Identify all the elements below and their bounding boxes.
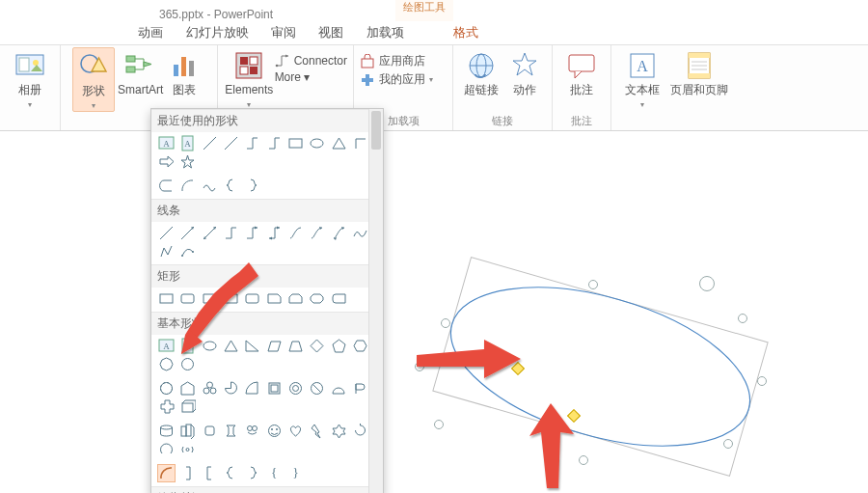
shape-lconn-icon (352, 135, 368, 151)
hyperlink-button[interactable]: 超链接 (461, 47, 502, 96)
textbox-button[interactable]: A 文本框 ▾ (620, 47, 665, 110)
svg-text:A: A (163, 342, 170, 351)
group-links: 超链接 动作 链接 (453, 45, 553, 130)
svg-rect-4 (126, 56, 135, 62)
tab-animation[interactable]: 动画 (128, 21, 173, 44)
category-recent: 最近使用的形状 (151, 109, 383, 132)
annotation-arrow (526, 403, 583, 493)
annotation-arrow (417, 338, 523, 389)
slide-canvas[interactable] (386, 145, 868, 493)
svg-rect-27 (689, 73, 710, 78)
group-album: 相册 ▾ (0, 45, 61, 130)
svg-rect-88 (205, 426, 214, 435)
recent-shapes-row[interactable]: A A (151, 132, 383, 175)
svg-line-82 (312, 384, 321, 393)
resize-handle[interactable] (441, 318, 450, 328)
tab-slideshow[interactable]: 幻灯片放映 (176, 21, 258, 44)
connector-icon (275, 53, 290, 68)
chevron-down-icon: ▾ (640, 100, 644, 109)
shape-oval-icon (309, 135, 325, 151)
smartart-button[interactable]: SmartArt (118, 47, 160, 96)
album-icon (14, 49, 46, 82)
rotate-handle[interactable] (699, 276, 715, 291)
tab-view[interactable]: 视图 (309, 21, 353, 44)
chart-icon (168, 49, 201, 82)
app-name: PowerPoint (214, 8, 273, 21)
resize-handle[interactable] (588, 280, 598, 289)
store-button[interactable]: 应用商店 (360, 53, 447, 69)
elements-button[interactable]: Elements ▾ (224, 47, 275, 110)
basic-row4[interactable]: { } (151, 462, 383, 486)
more-button[interactable]: More ▾ (275, 70, 347, 84)
textbox-icon: A (626, 49, 659, 82)
connector-button[interactable]: Connector (275, 53, 347, 68)
album-label: 相册 (9, 84, 51, 96)
svg-line-35 (203, 137, 216, 150)
svg-rect-7 (174, 65, 178, 76)
svg-point-54 (192, 251, 194, 253)
svg-point-38 (311, 139, 323, 148)
resize-handle[interactable] (738, 314, 747, 323)
svg-point-76 (210, 388, 216, 394)
svg-point-15 (275, 65, 278, 68)
svg-rect-78 (271, 385, 278, 392)
shape-rbrace-icon (244, 178, 260, 194)
scrollbar-thumb[interactable] (371, 111, 381, 150)
svg-rect-13 (240, 67, 248, 74)
group-text: A 文本框 ▾ 页眉和页脚 (611, 45, 739, 130)
tab-addins[interactable]: 加载项 (357, 21, 414, 44)
shape-elbow1-icon (244, 135, 260, 151)
tab-review[interactable]: 审阅 (261, 21, 306, 44)
shapes-label: 形状 (73, 85, 114, 97)
textbox-label: 文本框 (620, 84, 665, 96)
shape-line-icon (202, 135, 218, 151)
shape-arc-segment-icon (157, 464, 176, 482)
basic-row2[interactable] (151, 377, 383, 420)
svg-point-92 (271, 428, 273, 430)
action-button[interactable]: 动作 (505, 47, 544, 96)
recent-shapes-row2[interactable] (151, 175, 383, 199)
category-arrows: 箭头总汇 (151, 486, 383, 493)
resize-handle[interactable] (723, 439, 733, 449)
chevron-down-icon: ▾ (429, 75, 433, 84)
comment-label: 批注 (560, 84, 603, 96)
svg-point-90 (253, 426, 258, 431)
chevron-down-icon: ▾ (92, 101, 95, 110)
contextual-group-label: 绘图工具 (403, 0, 446, 13)
chart-button[interactable]: 图表 (163, 47, 205, 96)
svg-marker-66 (311, 340, 323, 352)
contextual-tab-group: 绘图工具 (395, 0, 453, 21)
lines-row[interactable] (151, 222, 383, 264)
shape-rect-icon (287, 135, 304, 151)
filename: 365.pptx (159, 8, 203, 21)
shapes-button[interactable]: 形状 ▾ (72, 47, 115, 112)
ribbon-tabs: 动画 幻灯片放映 审阅 视图 加载项 格式 (0, 21, 868, 44)
svg-point-2 (33, 60, 39, 66)
chart-label: 图表 (163, 84, 205, 96)
smartart-label: SmartArt (118, 84, 160, 96)
svg-rect-55 (160, 294, 173, 303)
svg-marker-64 (268, 342, 281, 351)
resize-handle[interactable] (757, 376, 767, 386)
svg-point-80 (293, 386, 299, 392)
svg-marker-69 (160, 358, 173, 370)
album-button[interactable]: 相册 ▾ (9, 47, 51, 110)
shape-tri-icon (331, 135, 347, 151)
svg-point-53 (181, 255, 183, 257)
shape-line2-icon (223, 135, 239, 151)
resize-handle[interactable] (434, 420, 444, 429)
comment-button[interactable]: 批注 (560, 47, 603, 96)
shape-lbrace-icon (223, 178, 239, 194)
myapps-button[interactable]: 我的应用 ▾ (360, 71, 447, 88)
svg-rect-87 (186, 425, 191, 436)
action-label: 动作 (505, 84, 544, 96)
svg-marker-65 (289, 342, 302, 351)
gallery-scrollbar[interactable] (368, 109, 383, 493)
group-links-label: 链接 (453, 114, 552, 128)
shape-round-l-icon (158, 178, 175, 194)
elements-icon (232, 49, 265, 82)
basic-row3[interactable] (151, 420, 383, 462)
tab-format[interactable]: 格式 (444, 21, 488, 44)
chevron-down-icon: ▾ (28, 100, 32, 109)
headerfooter-button[interactable]: 页眉和页脚 (668, 47, 730, 96)
